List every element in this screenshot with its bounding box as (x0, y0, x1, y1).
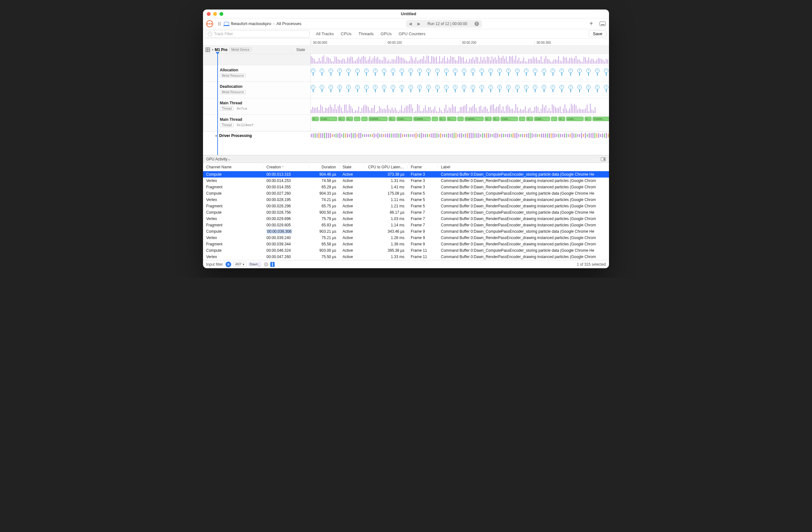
allocation-lane[interactable]: TTTTTTTTTTTTTTTTTTTTTTTTTTTTTTTTTTTTTTTT… (311, 65, 609, 82)
zoom-icon[interactable] (219, 12, 223, 16)
minimize-icon[interactable] (213, 12, 217, 16)
chevron-right-icon: › (273, 21, 274, 26)
clear-filter-icon[interactable]: ✕ (264, 262, 269, 267)
ruler-tick: 00:00.200 (460, 41, 535, 45)
col-label[interactable]: Label (438, 165, 609, 169)
device-type-pill: Metal Device (229, 47, 251, 52)
tab-gpu-counters[interactable]: GPU Counters (399, 31, 426, 36)
filter-icon: ┉ (208, 32, 212, 36)
table-row[interactable]: Compute00:00.046.324903.00 µsActive395.3… (203, 247, 609, 254)
table-row[interactable]: Vertex00:00.014.25374.58 µsActive1.31 ms… (203, 178, 609, 184)
panel-dropdown[interactable]: GPU Activity (206, 157, 230, 161)
table-row[interactable]: Fragment00:00.028.29665.75 µsActive1.21 … (203, 203, 609, 209)
device-name: M1 Pro (215, 47, 228, 52)
table-row[interactable]: Vertex00:00.047.26075.50 µsActive1.33 ms… (203, 254, 609, 260)
time-ruler[interactable]: 00:00.000 00:00.100 00:00.200 00:00.300 (311, 39, 609, 45)
run-selector[interactable]: ◀ ▶ Run 12 of 12 | 00:00:00 i (406, 20, 482, 28)
input-filter-label: Input filter (206, 262, 223, 267)
table-row[interactable]: Fragment00:00.014.35565.29 µsActive1.41 … (203, 184, 609, 190)
table-row[interactable]: Vertex00:00.039.24075.21 µsActive1.28 ms… (203, 235, 609, 241)
grid-icon (205, 47, 210, 52)
table-row[interactable]: Compute00:00.013.315904.46 µsActive373.3… (203, 171, 609, 178)
track-pill: Thread (220, 106, 234, 110)
footer-bar: Input filter ⊕ ANY ▾ Dawn_ ✕ 1 of 315 se… (203, 260, 609, 268)
state-label: State (296, 47, 305, 52)
side-panel-icon[interactable] (601, 157, 606, 161)
driver-label: Driver Processing (219, 133, 252, 138)
titlebar: Untitled (203, 10, 609, 18)
save-button[interactable]: Save (589, 30, 607, 37)
col-creation[interactable]: Creation (263, 165, 309, 169)
track-pill: Metal Resource (220, 74, 246, 78)
crumb-processes: All Processes (277, 21, 302, 26)
breadcrumb[interactable]: fbeaufort-macbookpro › All Processes (224, 21, 301, 26)
table-row[interactable]: Vertex00:00.028.19574.21 µsActive1.11 ms… (203, 196, 609, 203)
device-header: ▾ M1 Pro Metal Device State (203, 46, 609, 54)
pause-button[interactable] (218, 22, 221, 26)
table-row[interactable]: Fragment00:00.039.34465.58 µsActive1.38 … (203, 241, 609, 247)
col-duration[interactable]: Duration (309, 165, 339, 169)
ruler-tick: 00:00.000 (311, 41, 386, 45)
track-filter-input[interactable]: ┉ Track Filter (205, 30, 309, 38)
track-driver-processing: ▸ Driver Processing (203, 131, 609, 139)
track-name: Main Thread (220, 101, 307, 105)
filter-operator-icon[interactable]: ⊕ (226, 262, 231, 267)
track-main-thread-2: Main Thread Thread 0x124eef C…Com…C…C…Co… (203, 115, 609, 131)
deallocation-lane[interactable]: TTTTTTTTTTTTTTTTTTTTTTTTTTTTTTTTTTTTTTTT… (311, 82, 609, 98)
col-channel[interactable]: Channel Name (203, 165, 263, 169)
filter-bar: ┉ Track Filter All Tracks CPUs Threads G… (203, 29, 609, 39)
tab-threads[interactable]: Threads (359, 31, 374, 36)
record-icon[interactable]: ●●● (206, 20, 213, 27)
thread-id: 0x124eef (237, 123, 253, 127)
run-text: Run 12 of 12 | 00:00:00 (423, 21, 472, 26)
col-frame[interactable]: Frame (408, 165, 438, 169)
filter-toggle-icon[interactable] (270, 262, 275, 267)
main-toolbar: ●●● fbeaufort-macbookpro › All Processes… (203, 18, 609, 29)
main-area: Allocation Metal Resource TTTTTTTTTTTTTT… (203, 54, 609, 156)
layout-toggle-icon[interactable] (599, 21, 606, 26)
track-pill: Metal Resource (220, 90, 246, 94)
thread-lane[interactable] (311, 98, 609, 115)
filter-chip[interactable]: Dawn_ (248, 262, 261, 267)
driver-lane[interactable] (311, 133, 609, 138)
track-filter-placeholder: Track Filter (214, 32, 233, 36)
col-latency[interactable]: CPU to GPU Laten… (365, 165, 408, 169)
track-name: Main Thread (220, 117, 307, 122)
table-row[interactable]: Compute00:00.038.306903.21 µsActive343.4… (203, 228, 609, 235)
filter-any-dropdown[interactable]: ANY ▾ (233, 262, 246, 267)
tab-cpus[interactable]: CPUs (340, 31, 351, 36)
close-icon[interactable] (207, 12, 211, 16)
selection-count: 1 of 315 selected (577, 262, 606, 267)
cmd-lane[interactable]: C…Com…C…C…Comm…C…Com…Comm…C…C…Comm…C…C…C… (311, 115, 609, 131)
table-row[interactable]: Fragment00:00.029.80565.83 µsActive1.14 … (203, 222, 609, 228)
panel-header: GPU Activity (203, 156, 609, 163)
chevron-down-icon[interactable]: ▾ (212, 48, 214, 51)
run-prev-icon[interactable]: ◀ (406, 21, 415, 26)
table-body: Compute00:00.013.315904.46 µsActive373.3… (203, 171, 609, 260)
col-state[interactable]: State (339, 165, 365, 169)
info-icon: i (475, 21, 479, 26)
state-lane[interactable] (311, 54, 609, 65)
run-info-button[interactable]: i (472, 21, 482, 26)
add-button[interactable]: + (586, 20, 596, 27)
ruler-tick: 00:00.300 (535, 41, 609, 45)
app-window: Untitled ●●● fbeaufort-macbookpro › All … (203, 10, 609, 268)
table-row[interactable]: Compute00:00.027.260904.33 µsActive175.0… (203, 190, 609, 196)
table-header: Channel Name Creation Duration State CPU… (203, 163, 609, 171)
playhead[interactable] (217, 54, 218, 155)
track-pill: Thread (220, 123, 234, 127)
run-next-icon[interactable]: ▶ (415, 21, 423, 26)
ruler-tick: 00:00.100 (386, 41, 460, 45)
tab-all-tracks[interactable]: All Tracks (316, 31, 334, 36)
track-allocation: Allocation Metal Resource TTTTTTTTTTTTTT… (203, 65, 609, 82)
table-row[interactable]: Compute00:00.028.756900.50 µsActive86.17… (203, 209, 609, 216)
table-row[interactable]: Vertex00:00.029.69675.79 µsActive1.03 ms… (203, 216, 609, 222)
track-deallocation: Deallocation Metal Resource TTTTTTTTTTTT… (203, 82, 609, 98)
window-title: Untitled (223, 11, 594, 16)
machine-name: fbeaufort-macbookpro (231, 21, 271, 26)
traffic-lights (207, 12, 223, 16)
track-main-thread-1: Main Thread Thread 0xfce (203, 98, 609, 115)
thread-id: 0xfce (237, 106, 247, 110)
view-tabs: All Tracks CPUs Threads GPUs GPU Counter… (316, 31, 425, 36)
tab-gpus[interactable]: GPUs (381, 31, 392, 36)
